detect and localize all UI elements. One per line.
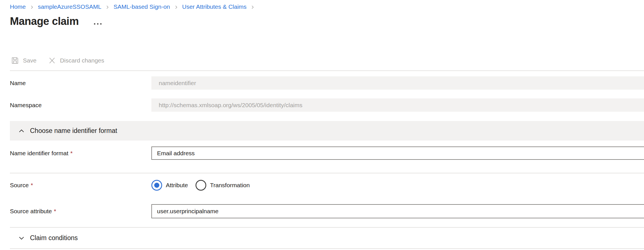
- name-identifier-format-dropdown[interactable]: Email address: [151, 146, 644, 160]
- section-title: Choose name identifier format: [30, 127, 117, 135]
- source-label: Source*: [10, 182, 151, 189]
- page-title: Manage claim: [10, 15, 79, 28]
- name-label: Name: [10, 80, 151, 87]
- radio-label: Transformation: [210, 182, 250, 189]
- section-claim-conditions[interactable]: Claim conditions: [10, 228, 644, 248]
- chevron-right-icon: [250, 5, 255, 10]
- section-choose-name-identifier-format[interactable]: Choose name identifier format: [10, 121, 644, 141]
- source-radio-group: Attribute Transformation: [151, 180, 250, 191]
- chevron-right-icon: [174, 5, 179, 10]
- source-attribute-row: Source attribute*: [10, 204, 644, 218]
- discard-changes-label: Discard changes: [60, 57, 104, 64]
- ellipsis-dot: [94, 23, 95, 25]
- more-options-icon[interactable]: [93, 23, 102, 25]
- save-button[interactable]: Save: [11, 56, 37, 65]
- breadcrumb: Home sampleAzureSSOSAML SAML-based Sign-…: [10, 3, 644, 11]
- divider: [10, 173, 644, 173]
- close-icon: [48, 56, 56, 65]
- chevron-right-icon: [105, 5, 110, 10]
- command-bar: Save Discard changes: [11, 55, 644, 66]
- required-asterisk: *: [70, 150, 73, 156]
- name-input: [151, 76, 644, 90]
- title-row: Manage claim: [10, 15, 644, 28]
- breadcrumb-link-user-attributes-claims[interactable]: User Attributes & Claims: [182, 3, 247, 10]
- required-asterisk: *: [31, 182, 33, 188]
- radio-label: Attribute: [166, 182, 188, 189]
- divider: [10, 70, 644, 71]
- chevron-up-icon: [18, 127, 25, 135]
- required-asterisk: *: [54, 208, 56, 214]
- source-attribute-label: Source attribute*: [10, 208, 151, 215]
- name-identifier-format-row: Name identifier format* Email address: [10, 146, 644, 160]
- save-icon: [11, 56, 19, 65]
- section-title: Claim conditions: [30, 234, 78, 242]
- radio-unselected-icon: [196, 180, 206, 191]
- ellipsis-dot: [100, 23, 102, 25]
- divider: [10, 248, 644, 249]
- ellipsis-dot: [97, 23, 98, 25]
- source-row: Source* Attribute Transformation: [10, 180, 644, 191]
- discard-changes-button[interactable]: Discard changes: [48, 56, 104, 65]
- namespace-label: Namespace: [10, 102, 151, 109]
- radio-option-attribute[interactable]: Attribute: [151, 180, 188, 191]
- name-identifier-format-label: Name identifier format*: [10, 150, 151, 157]
- source-attribute-input[interactable]: [151, 204, 644, 218]
- breadcrumb-link-home[interactable]: Home: [10, 3, 26, 10]
- chevron-down-icon: [18, 234, 25, 242]
- radio-selected-icon: [151, 180, 162, 191]
- namespace-input: [151, 98, 644, 112]
- name-field-row: Name: [10, 76, 644, 90]
- save-label: Save: [23, 57, 37, 64]
- radio-option-transformation[interactable]: Transformation: [196, 180, 250, 191]
- dropdown-selected-value: Email address: [157, 150, 195, 157]
- breadcrumb-link-app[interactable]: sampleAzureSSOSAML: [38, 3, 101, 10]
- chevron-right-icon: [29, 5, 34, 10]
- breadcrumb-link-saml-signon[interactable]: SAML-based Sign-on: [113, 3, 170, 10]
- namespace-field-row: Namespace: [10, 98, 644, 112]
